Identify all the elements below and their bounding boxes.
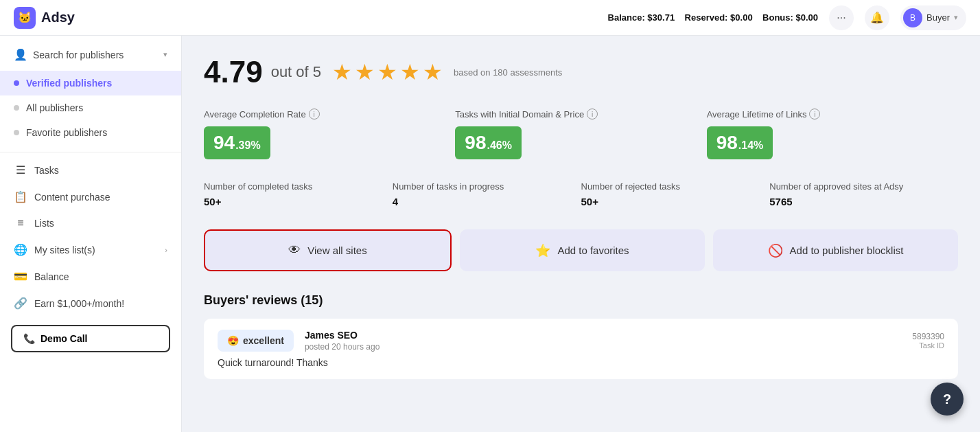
stats-row: Average Completion Rate i 94 .39% Tasks … <box>204 109 958 159</box>
stat-badge: 94 .39% <box>204 126 270 159</box>
star-icon: ⭐ <box>535 243 550 258</box>
rating-row: 4.79 out of 5 ★ ★ ★ ★ ★ based on 180 ass… <box>204 55 958 89</box>
publishers-section: Verified publishers All publishers Favor… <box>0 68 181 148</box>
active-dot-icon <box>14 80 19 86</box>
add-to-blocklist-label: Add to publisher blocklist <box>790 245 904 256</box>
sidebar-item-label: Lists <box>34 218 54 229</box>
review-task-col: 5893390 Task ID <box>912 332 944 350</box>
reviews-title: Buyers' reviews (15) <box>204 293 958 308</box>
review-top: 😍 excellent James SEO posted 20 hours ag… <box>218 330 944 352</box>
review-author: James SEO <box>305 330 380 341</box>
bonus-label: Bonus: <box>762 12 793 23</box>
task-value: 5765 <box>769 196 942 207</box>
stat-lifetime-links: Average Lifetime of Links i 98 .14% <box>707 109 958 159</box>
sidebar-item-label: Earn $1,000+/month! <box>34 298 124 309</box>
sidebar-item-balance[interactable]: 💳 Balance <box>0 263 181 290</box>
sidebar-item-earn[interactable]: 🔗 Earn $1,000+/month! <box>0 290 181 317</box>
sidebar-item-label: Tasks <box>34 165 59 176</box>
task-value: 50+ <box>581 196 754 207</box>
block-icon: 🚫 <box>768 243 783 258</box>
task-in-progress: Number of tasks in progress 4 <box>393 181 581 207</box>
view-all-sites-button[interactable]: 👁 View all sites <box>204 229 452 271</box>
messages-button[interactable]: ··· <box>829 5 854 30</box>
phone-icon: 📞 <box>23 333 35 344</box>
stat-initial-domain: Tasks with Initial Domain & Price i 98 .… <box>455 109 706 159</box>
add-to-favorites-button[interactable]: ⭐ Add to favorites <box>460 229 705 271</box>
demo-call-button[interactable]: 📞 Demo Call <box>11 325 170 352</box>
sidebar-item-lists[interactable]: ≡ Lists <box>0 210 181 236</box>
info-icon[interactable]: i <box>309 109 320 120</box>
inactive-dot-icon <box>14 105 19 111</box>
notifications-button[interactable]: 🔔 <box>865 5 889 30</box>
reviews-section: Buyers' reviews (15) 😍 excellent James S… <box>204 293 958 379</box>
sidebar-item-label: My sites list(s) <box>34 245 95 255</box>
stars: ★ ★ ★ ★ ★ <box>332 59 443 85</box>
bonus-value: $0.00 <box>795 12 818 23</box>
balance-icon: 💳 <box>14 270 27 283</box>
sidebar-item-label: Content purchase <box>34 192 110 203</box>
stat-main-value: 98 <box>465 132 486 154</box>
task-approved-sites: Number of approved sites at Adsy 5765 <box>769 181 958 207</box>
info-icon[interactable]: i <box>809 109 820 120</box>
review-text: Quick turnaround! Thanks <box>218 357 944 368</box>
reserved-value: $0.00 <box>730 12 753 23</box>
task-label: Number of rejected tasks <box>581 181 754 192</box>
sidebar-item-verified-publishers[interactable]: Verified publishers <box>0 71 181 95</box>
review-emoji-icon: 😍 <box>227 335 239 346</box>
help-button[interactable]: ? <box>931 383 964 416</box>
rating-value: 4.79 <box>204 55 263 89</box>
logo-text: Adsy <box>41 10 75 25</box>
chevron-right-icon: › <box>165 246 167 254</box>
stat-label: Average Lifetime of Links i <box>707 109 942 120</box>
stat-decimal-value: .46% <box>487 139 511 152</box>
review-time: posted 20 hours ago <box>305 342 380 352</box>
avatar: B <box>903 8 922 27</box>
tasks-icon: ☰ <box>14 163 27 177</box>
balance-value: $30.71 <box>647 12 675 23</box>
review-badge: 😍 excellent <box>218 330 294 352</box>
info-icon[interactable]: i <box>587 109 598 120</box>
task-completed: Number of completed tasks 50+ <box>204 181 393 207</box>
earn-icon: 🔗 <box>14 297 27 310</box>
search-chevron-icon: ▾ <box>163 50 167 59</box>
stat-main-value: 94 <box>213 132 235 154</box>
sidebar-item-label: Favorite publishers <box>26 127 107 138</box>
review-meta: James SEO posted 20 hours ago <box>305 330 380 352</box>
sidebar-item-favorite-publishers[interactable]: Favorite publishers <box>0 120 181 145</box>
stat-decimal-value: .39% <box>235 139 260 152</box>
sidebar-item-content-purchase[interactable]: 📋 Content purchase <box>0 183 181 210</box>
user-label: Buyer <box>926 12 950 23</box>
topnav: 🐱 Adsy Balance: $30.71 Reserved: $0.00 B… <box>0 0 980 36</box>
user-chevron-icon: ▾ <box>954 13 958 22</box>
eye-icon: 👁 <box>288 243 301 258</box>
demo-call-label: Demo Call <box>40 333 87 344</box>
balance-label: Balance: <box>608 12 645 23</box>
task-value: 50+ <box>204 196 376 207</box>
action-buttons: 👁 View all sites ⭐ Add to favorites 🚫 Ad… <box>204 229 958 271</box>
add-to-blocklist-button[interactable]: 🚫 Add to publisher blocklist <box>713 229 958 271</box>
star-4-icon: ★ <box>400 59 420 85</box>
review-badge-label: excellent <box>243 335 284 346</box>
inactive-dot-icon <box>14 130 19 135</box>
review-task-label: Task ID <box>912 341 944 350</box>
logo-icon: 🐱 <box>14 7 36 29</box>
search-for-publishers[interactable]: 👤 Search for publishers ▾ <box>0 41 181 68</box>
task-label: Number of completed tasks <box>204 181 376 192</box>
review-task-id: 5893390 <box>912 332 944 341</box>
logo[interactable]: 🐱 Adsy <box>14 7 75 29</box>
sidebar-item-label: Verified publishers <box>26 78 112 89</box>
sidebar-item-my-sites-list[interactable]: 🌐 My sites list(s) › <box>0 236 181 263</box>
sidebar-item-label: Balance <box>34 271 69 282</box>
user-menu[interactable]: B Buyer ▾ <box>900 5 966 30</box>
task-label: Number of approved sites at Adsy <box>769 181 942 192</box>
review-card: 😍 excellent James SEO posted 20 hours ag… <box>204 319 958 379</box>
rating-based-on: based on 180 assessments <box>454 67 562 78</box>
sidebar-item-tasks[interactable]: ☰ Tasks <box>0 157 181 183</box>
stat-decimal-value: .14% <box>738 139 763 152</box>
sidebar-item-all-publishers[interactable]: All publishers <box>0 95 181 120</box>
rating-out-of: out of 5 <box>271 63 321 81</box>
star-1-icon: ★ <box>332 59 352 85</box>
user-search-icon: 👤 <box>14 48 27 61</box>
lists-icon: ≡ <box>14 217 27 229</box>
sidebar-item-label: All publishers <box>26 102 83 113</box>
